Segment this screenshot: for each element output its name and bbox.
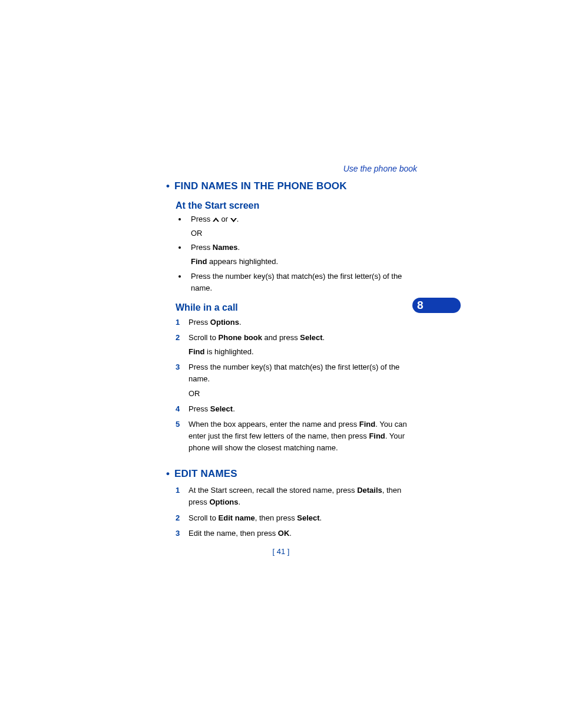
edit-names-list: 1 At the Start screen, recall the stored… <box>176 485 417 539</box>
content-area: Use the phone book •FIND NAMES IN THE PH… <box>164 164 417 541</box>
page-number: [ 41 ] <box>0 547 562 556</box>
chapter-number: 8 <box>417 299 424 311</box>
up-arrow-icon <box>213 218 219 222</box>
page: 8 Use the phone book •FIND NAMES IN THE … <box>0 0 562 728</box>
step-number: 3 <box>176 528 180 539</box>
list-item: 1 At the Start screen, recall the stored… <box>176 485 417 508</box>
bullet-icon: • <box>164 468 172 480</box>
list-item: 4 Press Select. <box>176 403 417 415</box>
heading-text: EDIT NAMES <box>174 468 237 479</box>
chapter-tab: 8 <box>412 298 461 313</box>
step-number: 3 <box>176 361 180 373</box>
section-heading-edit: •EDIT NAMES <box>164 468 417 480</box>
step-number: 1 <box>176 317 180 328</box>
step-number: 2 <box>176 512 180 524</box>
list-item: 1 Press Options. <box>176 317 417 328</box>
list-item: 3 Press the number key(s) that match(es)… <box>176 361 417 399</box>
or-text: OR <box>191 228 417 239</box>
running-head: Use the phone book <box>164 164 417 173</box>
list-item: 2 Scroll to Phone book and press Select.… <box>176 332 417 358</box>
or-text: OR <box>189 388 417 400</box>
step-number: 1 <box>176 485 180 496</box>
section-heading-find: •FIND NAMES IN THE PHONE BOOK <box>164 180 417 192</box>
step-number: 5 <box>176 419 180 430</box>
sub-line: Find appears highlighted. <box>191 256 417 268</box>
sub-line: Find is highlighted. <box>189 346 417 358</box>
list-item: Press or . OR <box>187 213 417 239</box>
subheading-start-screen: At the Start screen <box>176 200 417 211</box>
while-call-list: 1 Press Options. 2 Scroll to Phone book … <box>176 317 417 454</box>
bullet-icon: • <box>164 180 172 192</box>
list-item: 5 When the box appears, enter the name a… <box>176 419 417 454</box>
start-screen-list: Press or . OR Press Names. Find appears … <box>187 213 417 294</box>
step-number: 4 <box>176 403 180 415</box>
list-item: 3 Edit the name, then press OK. <box>176 528 417 539</box>
list-item: Press the number key(s) that match(es) t… <box>187 271 417 294</box>
heading-text: FIND NAMES IN THE PHONE BOOK <box>174 180 347 192</box>
subheading-while-call: While in a call <box>176 302 417 313</box>
down-arrow-icon <box>230 218 237 222</box>
list-item: Press Names. Find appears highlighted. <box>187 242 417 268</box>
step-number: 2 <box>176 332 180 344</box>
list-item: 2 Scroll to Edit name, then press Select… <box>176 512 417 524</box>
